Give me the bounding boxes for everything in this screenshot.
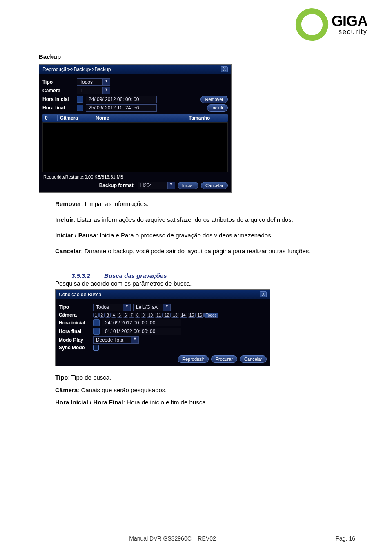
desc-tipo: Tipo: Tipo de busca. (55, 373, 355, 382)
ch-4[interactable]: 4 (111, 313, 117, 318)
label-tipo: Tipo (59, 304, 91, 310)
leit-dropdown[interactable]: Leit./Grav. ▼ (133, 304, 171, 311)
footer-manual: Manual DVR GS32960C – REV02 (39, 535, 306, 542)
chevron-down-icon: ▼ (103, 78, 110, 86)
chevron-down-icon: ▼ (123, 304, 131, 311)
desc-remover: Remover: Limpar as informações. (55, 199, 355, 209)
calendar-icon[interactable] (77, 96, 83, 103)
desc-iniciar: Iniciar / Pausa: Inicia e Para o process… (39, 231, 355, 240)
label-modo-play: Modo Play (59, 337, 91, 343)
format-value: H264 (138, 182, 168, 189)
modo-play-dropdown[interactable]: Decode Tota ▼ (93, 336, 139, 344)
desc-incluir: Incluir: Listar as informações do arquiv… (39, 215, 355, 225)
dialog-title-text: Reprodução->Backup->Backup (42, 67, 111, 72)
ch-10[interactable]: 10 (147, 313, 154, 318)
ch-12[interactable]: 12 (163, 313, 171, 318)
close-icon[interactable]: X (221, 66, 228, 72)
tipo-dropdown[interactable]: Todos ▼ (93, 304, 131, 311)
busca-dialog: Condição de Busca X Tipo Todos ▼ Leit./G… (55, 289, 270, 366)
chevron-down-icon: ▼ (168, 182, 175, 189)
label-tipo: Tipo (42, 79, 74, 85)
desc-camera: Câmera: Canais que serão pesquisados. (55, 386, 355, 395)
backup-dialog: Reprodução->Backup->Backup X Tipo Todos … (39, 64, 232, 193)
cancelar-button[interactable]: Cancelar (240, 355, 267, 363)
iniciar-button[interactable]: Iniciar (178, 182, 198, 189)
ch-2[interactable]: 2 (99, 313, 105, 318)
label-camera: Câmera (59, 312, 91, 318)
camera-value: 1 (77, 87, 103, 94)
ch-5[interactable]: 5 (117, 313, 122, 318)
chevron-down-icon: ▼ (131, 336, 139, 344)
dialog-titlebar: Condição de Busca X (56, 290, 270, 299)
chevron-down-icon: ▼ (163, 304, 171, 311)
logo-brand: GIGA (332, 14, 368, 29)
table-body-empty (42, 122, 228, 172)
table-header: 0 Câmera Nome Tamanho (42, 114, 228, 122)
tipo-dropdown[interactable]: Todos ▼ (77, 78, 110, 86)
th-nome: Nome (93, 115, 186, 121)
hora-final-field[interactable]: 25/ 09/ 2012 10: 24: 56 (86, 104, 157, 112)
section-backup-title: Backup (39, 53, 355, 60)
hora-inicial-field[interactable]: 24/ 09/ 2012 00: 00: 00 (86, 96, 157, 103)
sync-mode-checkbox[interactable] (93, 345, 99, 351)
camera-dropdown[interactable]: 1 ▼ (77, 87, 110, 94)
section-busca-desc: Pesquisa de acordo com os parâmetros de … (55, 280, 355, 287)
ch-3[interactable]: 3 (105, 313, 111, 318)
label-camera: Câmera (42, 88, 74, 94)
status-text: Requerido/Restante:0.00 KB/816.81 MB (43, 174, 227, 179)
th-camera: Câmera (58, 115, 93, 121)
ch-14[interactable]: 14 (180, 313, 187, 318)
ch-7[interactable]: 7 (129, 313, 134, 318)
th-tamanho: Tamanho (186, 115, 225, 121)
dialog-title-text: Condição de Busca (59, 292, 101, 297)
incluir-button[interactable]: Incluir (207, 104, 228, 112)
ch-todos[interactable]: Todos (204, 313, 218, 318)
logo-text: GIGA security (332, 14, 368, 35)
logo-sub: security (339, 29, 368, 35)
calendar-icon[interactable] (93, 319, 100, 326)
tipo-value: Todos (77, 78, 103, 86)
calendar-icon[interactable] (93, 328, 100, 335)
brand-logo: GIGA security (296, 8, 368, 41)
section-busca-heading: 3.5.3.2 Busca das gravações (71, 272, 355, 279)
calendar-icon[interactable] (77, 105, 83, 111)
hora-final-field[interactable]: 01/ 01/ 2032 00: 00: 00 (102, 328, 181, 335)
footer-page: Pag. 16 (306, 535, 355, 542)
channel-buttons[interactable]: 1 2 3 4 5 6 7 8 9 10 11 12 13 14 15 16 T (93, 313, 218, 318)
ch-16[interactable]: 16 (196, 313, 204, 318)
ch-9[interactable]: 9 (141, 313, 147, 318)
desc-cancelar: Cancelar: Durante o backup, você pode sa… (39, 247, 355, 256)
ch-1[interactable]: 1 (93, 313, 99, 318)
label-hora-inicial: Hora inicial (59, 320, 91, 326)
logo-ring-icon (291, 4, 333, 46)
cancelar-button[interactable]: Cancelar (201, 182, 228, 189)
label-hora-final: Hora final (42, 105, 74, 111)
hora-inicial-field[interactable]: 24/ 09/ 2012 00: 00: 00 (102, 319, 181, 326)
backup-format-label: Backup format (99, 183, 134, 188)
chevron-down-icon: ▼ (103, 87, 110, 94)
format-dropdown[interactable]: H264 ▼ (138, 182, 175, 189)
reproduzir-button[interactable]: Reproduzir (178, 355, 209, 363)
th-index: 0 (45, 115, 58, 121)
close-icon[interactable]: X (260, 291, 267, 297)
desc-hora: Hora Inicial / Hora Final: Hora de inici… (55, 398, 355, 407)
remover-button[interactable]: Remover (200, 96, 228, 103)
label-sync-mode: Sync Mode (59, 345, 91, 351)
ch-6[interactable]: 6 (123, 313, 129, 318)
dialog-titlebar: Reprodução->Backup->Backup X (39, 65, 231, 74)
page-footer: Manual DVR GS32960C – REV02 Pag. 16 (39, 531, 355, 542)
ch-8[interactable]: 8 (135, 313, 140, 318)
procurar-button[interactable]: Procurar (211, 355, 237, 363)
ch-15[interactable]: 15 (188, 313, 196, 318)
label-hora-inicial: Hora inicial (42, 96, 74, 102)
label-hora-final: Hora final (59, 328, 91, 334)
ch-13[interactable]: 13 (171, 313, 179, 318)
ch-11[interactable]: 11 (155, 313, 163, 318)
